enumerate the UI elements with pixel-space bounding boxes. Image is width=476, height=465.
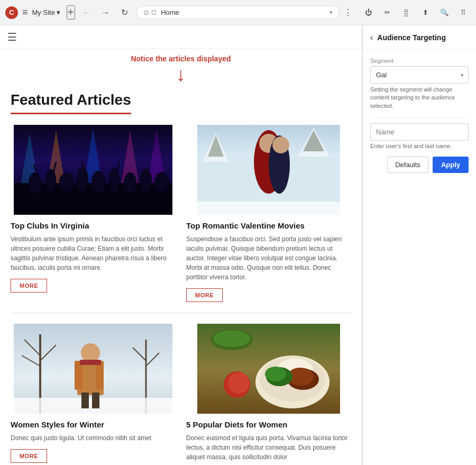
content-toolbar: ☰ xyxy=(0,25,362,49)
upload-icon[interactable]: ⬆ xyxy=(418,5,433,20)
name-hint: Enter user's first and last name. xyxy=(370,143,469,149)
notice-arrow: ↓ xyxy=(0,65,362,84)
segment-hint: Setting the segment will change content … xyxy=(370,86,469,110)
article-image-movies xyxy=(186,125,351,215)
featured-title: Featured Articles xyxy=(11,92,131,114)
article-image-clubs xyxy=(11,125,176,215)
svg-point-30 xyxy=(272,136,289,153)
page-content: Featured Articles xyxy=(0,86,362,465)
defaults-button[interactable]: Defaults xyxy=(387,157,428,173)
toolbar-hamburger-icon[interactable]: ☰ xyxy=(7,31,17,43)
svg-rect-31 xyxy=(197,202,340,215)
article-body-movies: Suspendisse a faucibus orci. Sed porta j… xyxy=(186,234,351,282)
panel-body: Segment Gal All Male Female ▾ Setting th… xyxy=(363,50,476,465)
browser-back-button[interactable]: ← xyxy=(79,5,94,20)
svg-point-8 xyxy=(45,169,56,192)
browser-url-bar[interactable]: ⊙ 🗋 Home ▾ xyxy=(136,6,340,19)
svg-point-10 xyxy=(77,167,88,192)
svg-point-14 xyxy=(140,169,152,192)
browser-site-label[interactable]: My Site ▾ xyxy=(32,8,60,16)
panel-back-button[interactable]: ‹ xyxy=(370,33,373,42)
notice-banner: Notice the articles displayed xyxy=(0,49,362,65)
svg-point-11 xyxy=(91,171,105,192)
audience-targeting-panel: ‹ Audience Targeting Segment Gal All Mal… xyxy=(362,25,476,465)
panel-actions: Defaults Apply xyxy=(370,157,469,173)
article-image-winter xyxy=(11,324,176,414)
name-input[interactable] xyxy=(370,123,469,141)
article-item-winter: Women Styles for Winter Donec quis justo… xyxy=(11,313,181,465)
svg-point-59 xyxy=(213,330,250,347)
browser-kebab-menu[interactable]: ⋮ xyxy=(344,7,352,17)
svg-point-13 xyxy=(124,172,136,193)
browser-right-icons: ⏻ ✏ ⣿ ⬆ 🔍 ⠿ xyxy=(361,5,471,20)
svg-point-7 xyxy=(29,172,41,194)
segment-select-wrapper: Gal All Male Female ▾ xyxy=(370,66,469,84)
apply-button[interactable]: Apply xyxy=(433,157,469,173)
panel-title: Audience Targeting xyxy=(377,33,446,42)
apps-icon[interactable]: ⠿ xyxy=(456,5,471,20)
article-title-diets: 5 Popular Diets for Women xyxy=(186,420,351,429)
more-button-winter[interactable]: MORE xyxy=(11,449,47,463)
panel-header: ‹ Audience Targeting xyxy=(363,25,476,50)
article-title-movies: Top Romantic Valentine Movies xyxy=(186,221,351,230)
search-icon[interactable]: 🔍 xyxy=(437,5,452,20)
article-item-movies: Top Romantic Valentine Movies Suspendiss… xyxy=(181,125,351,313)
main-layout: ☰ Notice the articles displayed ↓ Featur… xyxy=(0,25,476,465)
browser-chrome: C ≡ My Site ▾ + ← → ↻ ⊙ 🗋 Home ▾ ⋮ ⏻ ✏ ⣿… xyxy=(0,0,476,25)
svg-point-15 xyxy=(154,172,169,192)
article-item-diets: 5 Popular Diets for Women Donec euismod … xyxy=(181,313,351,465)
svg-point-12 xyxy=(109,168,120,192)
article-body-clubs: Vestibulum ante ipsum primis in faucibus… xyxy=(11,234,176,272)
svg-rect-44 xyxy=(96,361,104,390)
svg-rect-43 xyxy=(75,361,83,390)
browser-tab-add-button[interactable]: + xyxy=(67,5,75,20)
segment-label: Segment xyxy=(370,58,469,64)
url-caret: ▾ xyxy=(329,9,333,16)
svg-point-9 xyxy=(59,172,74,192)
svg-rect-46 xyxy=(92,393,99,408)
more-button-movies[interactable]: MORE xyxy=(186,288,223,302)
browser-forward-button[interactable]: → xyxy=(98,5,113,20)
article-body-winter: Donec quis justo ligula. Ut commodo nibh… xyxy=(11,433,176,443)
name-form-group: Enter user's first and last name. xyxy=(370,123,469,149)
segment-form-group: Segment Gal All Male Female ▾ Setting th… xyxy=(370,58,469,110)
grid-icon[interactable]: ⣿ xyxy=(399,5,414,20)
svg-rect-45 xyxy=(81,393,89,408)
browser-reload-button[interactable]: ↻ xyxy=(117,5,132,20)
article-title-clubs: Top Clubs In Virginia xyxy=(11,221,176,230)
svg-point-41 xyxy=(81,343,100,362)
more-button-clubs[interactable]: MORE xyxy=(11,279,47,293)
url-text: Home xyxy=(161,8,326,16)
svg-point-55 xyxy=(265,367,286,381)
svg-rect-47 xyxy=(80,360,101,365)
panel-divider xyxy=(370,117,469,118)
edit-icon[interactable]: ✏ xyxy=(380,5,395,20)
browser-menu-icon[interactable]: ≡ xyxy=(22,7,28,18)
svg-point-57 xyxy=(228,372,249,394)
content-area: ☰ Notice the articles displayed ↓ Featur… xyxy=(0,25,362,465)
segment-select[interactable]: Gal All Male Female xyxy=(371,67,468,83)
articles-grid: Top Clubs In Virginia Vestibulum ante ip… xyxy=(11,125,351,465)
url-security-icon: ⊙ 🗋 xyxy=(143,8,158,16)
browser-logo: C xyxy=(5,6,18,19)
article-item-clubs: Top Clubs In Virginia Vestibulum ante ip… xyxy=(11,125,181,313)
article-title-winter: Women Styles for Winter xyxy=(11,420,176,429)
article-image-diets xyxy=(186,324,351,414)
article-body-diets: Donec euismod et ligula quis porta. Viva… xyxy=(186,433,351,462)
power-icon[interactable]: ⏻ xyxy=(361,5,376,20)
